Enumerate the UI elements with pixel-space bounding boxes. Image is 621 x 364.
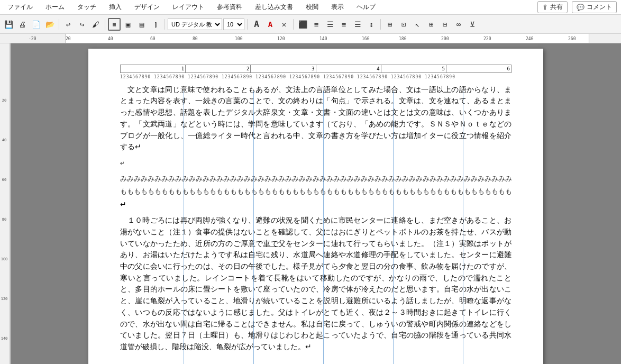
border-button[interactable]: ⊞ <box>383 18 396 31</box>
svg-text:140: 140 <box>1 336 8 341</box>
table-button2[interactable]: ▣ <box>122 18 134 31</box>
svg-text:260: 260 <box>568 37 576 41</box>
format-painter-button[interactable]: 🖌 <box>89 18 102 31</box>
return-mark: ↵ <box>120 199 512 211</box>
document-page: 1 2 3 4 5 6 1234567890 1234567890 123456… <box>88 49 543 364</box>
svg-text:60: 60 <box>150 37 156 41</box>
svg-text:220: 220 <box>483 37 491 41</box>
sep6 <box>380 19 381 30</box>
font-color-button[interactable]: A <box>264 18 277 31</box>
svg-text:20: 20 <box>66 37 71 41</box>
table-tools-button[interactable]: ⊡ <box>397 18 410 31</box>
menu-right-actions: ⇧ 共有 💬 コメント <box>537 1 617 13</box>
svg-text:200: 200 <box>441 37 449 41</box>
col-marker-3: 3 <box>251 65 316 73</box>
menu-home[interactable]: ホーム <box>42 2 68 13</box>
svg-text:60: 60 <box>2 178 6 182</box>
col-marker-1: 1 <box>120 65 186 73</box>
sep5 <box>293 19 294 30</box>
col-marker-2: 2 <box>186 65 251 73</box>
font-large-button[interactable]: A <box>250 18 263 31</box>
undo-button[interactable]: ↩ <box>62 18 75 31</box>
line-spacing-button[interactable]: ↕ <box>365 18 378 31</box>
open-button[interactable]: 📂 <box>43 18 56 31</box>
menu-mailings[interactable]: 差し込み文書 <box>252 2 296 13</box>
cursor-indicator: ↵ <box>120 157 512 169</box>
menu-file[interactable]: ファイル <box>4 2 36 13</box>
menu-review[interactable]: 校閲 <box>303 2 322 13</box>
mimi-row: みみみみみみみみみみみみみみみみみみみみみみみみみみみみみみみみみみみみみみみみ… <box>120 173 512 184</box>
comment-icon: 💬 <box>577 4 585 11</box>
sep1 <box>59 19 59 30</box>
number-sequence-row: 1234567890 1234567890 1234567890 1234567… <box>120 74 512 81</box>
col-guide-2 <box>253 91 254 364</box>
svg-text:-20: -20 <box>29 37 36 41</box>
document-text[interactable]: 文と文章は同じ意味で使われることもあるが、文法上の言語単位としてみた場合、文は一… <box>120 84 512 153</box>
menu-touch[interactable]: タッチ <box>74 2 99 13</box>
svg-text:120: 120 <box>277 37 285 41</box>
col-guide-5 <box>463 91 463 364</box>
svg-text:140: 140 <box>319 37 327 41</box>
redo-button[interactable]: ↪ <box>76 18 88 31</box>
align-left-button[interactable]: ≡ <box>310 18 323 31</box>
menu-insert[interactable]: 挿入 <box>106 2 125 13</box>
menu-layout[interactable]: レイアウト <box>169 2 207 13</box>
table-view-button[interactable]: ⊟ <box>439 18 451 31</box>
sep3 <box>165 19 165 30</box>
font-name-select[interactable]: UD デジタル 教 <box>168 19 222 30</box>
columns-button[interactable]: ⫿ <box>149 18 162 31</box>
col-markers: 1 2 3 4 5 6 <box>120 65 512 73</box>
justify-button[interactable]: ☰ <box>351 18 364 31</box>
svg-text:40: 40 <box>108 37 113 41</box>
ruler-track: -20 20 40 60 80 100 120 140 160 180 200 … <box>23 34 621 43</box>
menu-references[interactable]: 参考資料 <box>214 2 245 13</box>
share-button[interactable]: ⇧ 共有 <box>537 1 568 13</box>
document-scroll[interactable]: 1 2 3 4 5 6 1234567890 1234567890 123456… <box>11 43 621 364</box>
mo-row: もももももももももももももももももももももももももももももももももももももももも… <box>120 186 512 197</box>
menu-help[interactable]: ヘルプ <box>353 2 379 13</box>
infinity-button[interactable]: ∞ <box>452 18 465 31</box>
clear-format-button[interactable]: ✕ <box>278 18 290 31</box>
paragraph-2: １０時ごろには再び両脚が強くなり、避難の状況を聞くために市民センターに連絡をし、… <box>120 215 512 352</box>
left-ruler: 20 40 60 80 100 120 140 <box>0 43 11 364</box>
comment-label: コメント <box>587 3 612 12</box>
align-center-button[interactable]: ☰ <box>324 18 336 31</box>
main-area: 20 40 60 80 100 120 140 1 2 3 4 5 6 1234… <box>0 43 621 364</box>
svg-text:20: 20 <box>2 98 6 103</box>
ruler-ticks: -20 20 40 60 80 100 120 140 160 180 200 … <box>23 34 621 43</box>
share-icon: ⇧ <box>542 3 548 11</box>
more-button[interactable]: ⊻ <box>466 18 479 31</box>
print-button[interactable]: 🖨 <box>16 18 29 31</box>
col-guide-3 <box>323 91 324 364</box>
sep2 <box>105 19 105 30</box>
table-selected-button[interactable]: ▦ <box>108 18 121 31</box>
align-right-button[interactable]: ≡ <box>337 18 350 31</box>
share-label: 共有 <box>550 3 563 12</box>
col-guide-4 <box>393 91 394 364</box>
underlined-text: 車で <box>263 240 278 248</box>
table-insert-button[interactable]: ⊞ <box>425 18 437 31</box>
document-text-2[interactable]: １０時ごろには再び両脚が強くなり、避難の状況を聞くために市民センターに連絡をし、… <box>120 215 512 352</box>
comment-button[interactable]: 💬 コメント <box>572 1 617 13</box>
new-doc-button[interactable]: 📄 <box>30 18 42 31</box>
svg-text:240: 240 <box>526 37 534 41</box>
svg-text:100: 100 <box>235 37 243 41</box>
table-button3[interactable]: ▤ <box>135 18 148 31</box>
svg-text:120: 120 <box>1 297 8 301</box>
menu-bar: ファイル ホーム タッチ 挿入 デザイン レイアウト 参考資料 差し込み文書 校… <box>0 0 621 15</box>
ruler: -20 20 40 60 80 100 120 140 160 180 200 … <box>0 34 621 43</box>
col-marker-4: 4 <box>316 65 381 73</box>
menu-view[interactable]: 表示 <box>328 2 347 13</box>
cursor-button[interactable]: ↖ <box>411 18 424 31</box>
svg-text:80: 80 <box>193 37 198 41</box>
col-guide-1 <box>184 91 184 364</box>
col-marker-5: 5 <box>381 65 446 73</box>
svg-text:80: 80 <box>2 217 6 222</box>
font-size-select[interactable]: 10 <box>223 19 244 30</box>
svg-text:40: 40 <box>2 138 6 142</box>
indent-button[interactable]: ⬛ <box>296 18 309 31</box>
paragraph-1: 文と文章は同じ意味で使われることもあるが、文法上の言語単位としてみた場合、文は一… <box>120 84 512 153</box>
save-button[interactable]: 💾 <box>2 18 15 31</box>
menu-design[interactable]: デザイン <box>131 2 163 13</box>
svg-text:160: 160 <box>362 37 370 41</box>
